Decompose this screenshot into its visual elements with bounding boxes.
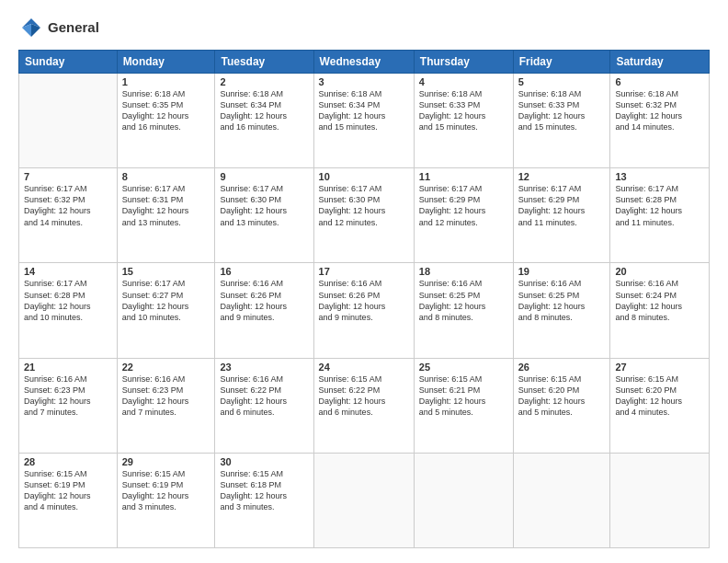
day-number: 4: [419, 76, 508, 87]
day-info: Sunrise: 6:18 AM Sunset: 6:35 PM Dayligh…: [122, 88, 210, 133]
day-cell: 18Sunrise: 6:16 AM Sunset: 6:25 PM Dayli…: [414, 263, 513, 358]
weekday-header-wednesday: Wednesday: [313, 51, 414, 74]
day-number: 1: [122, 76, 210, 87]
day-cell: 20Sunrise: 6:16 AM Sunset: 6:24 PM Dayli…: [610, 263, 710, 358]
day-info: Sunrise: 6:16 AM Sunset: 6:25 PM Dayligh…: [518, 278, 606, 323]
day-number: 29: [122, 456, 210, 467]
day-cell: 11Sunrise: 6:17 AM Sunset: 6:29 PM Dayli…: [414, 168, 513, 263]
day-info: Sunrise: 6:17 AM Sunset: 6:32 PM Dayligh…: [24, 183, 112, 228]
day-info: Sunrise: 6:17 AM Sunset: 6:30 PM Dayligh…: [319, 183, 409, 228]
day-info: Sunrise: 6:15 AM Sunset: 6:21 PM Dayligh…: [419, 373, 508, 419]
day-info: Sunrise: 6:15 AM Sunset: 6:18 PM Dayligh…: [220, 468, 308, 513]
day-cell: 3Sunrise: 6:18 AM Sunset: 6:34 PM Daylig…: [313, 74, 414, 168]
day-number: 15: [122, 266, 210, 277]
weekday-header-row: SundayMondayTuesdayWednesdayThursdayFrid…: [19, 51, 710, 74]
day-cell: 5Sunrise: 6:18 AM Sunset: 6:33 PM Daylig…: [513, 74, 610, 168]
day-number: 20: [615, 266, 704, 277]
day-cell: 13Sunrise: 6:17 AM Sunset: 6:28 PM Dayli…: [610, 168, 710, 263]
day-cell: 2Sunrise: 6:18 AM Sunset: 6:34 PM Daylig…: [215, 74, 313, 168]
weekday-header-tuesday: Tuesday: [215, 51, 313, 74]
day-info: Sunrise: 6:15 AM Sunset: 6:22 PM Dayligh…: [319, 373, 409, 419]
day-cell: [610, 453, 710, 547]
day-cell: 26Sunrise: 6:15 AM Sunset: 6:20 PM Dayli…: [513, 358, 610, 453]
day-info: Sunrise: 6:17 AM Sunset: 6:28 PM Dayligh…: [24, 278, 112, 323]
weekday-header-thursday: Thursday: [414, 51, 513, 74]
day-info: Sunrise: 6:16 AM Sunset: 6:26 PM Dayligh…: [220, 278, 308, 323]
day-info: Sunrise: 6:16 AM Sunset: 6:24 PM Dayligh…: [615, 278, 704, 323]
day-info: Sunrise: 6:15 AM Sunset: 6:20 PM Dayligh…: [615, 373, 704, 419]
day-cell: [513, 453, 610, 547]
day-info: Sunrise: 6:18 AM Sunset: 6:33 PM Dayligh…: [518, 88, 606, 133]
day-cell: [313, 453, 414, 547]
day-cell: 1Sunrise: 6:18 AM Sunset: 6:35 PM Daylig…: [117, 74, 215, 168]
day-info: Sunrise: 6:17 AM Sunset: 6:31 PM Dayligh…: [122, 183, 210, 228]
day-number: 17: [319, 266, 409, 277]
day-number: 19: [518, 266, 606, 277]
week-row-5: 28Sunrise: 6:15 AM Sunset: 6:19 PM Dayli…: [19, 453, 710, 547]
day-cell: 15Sunrise: 6:17 AM Sunset: 6:27 PM Dayli…: [117, 263, 215, 358]
day-info: Sunrise: 6:15 AM Sunset: 6:19 PM Dayligh…: [24, 468, 112, 513]
day-number: 13: [615, 171, 704, 182]
day-number: 8: [122, 171, 210, 182]
day-number: 23: [220, 362, 308, 373]
day-cell: [19, 74, 118, 168]
day-number: 28: [24, 456, 112, 467]
weekday-header-saturday: Saturday: [610, 51, 710, 74]
day-cell: 22Sunrise: 6:16 AM Sunset: 6:23 PM Dayli…: [117, 358, 215, 453]
logo: General: [18, 15, 99, 40]
day-cell: 29Sunrise: 6:15 AM Sunset: 6:19 PM Dayli…: [117, 453, 215, 547]
day-info: Sunrise: 6:16 AM Sunset: 6:26 PM Dayligh…: [319, 278, 409, 323]
day-number: 9: [220, 171, 308, 182]
day-info: Sunrise: 6:17 AM Sunset: 6:28 PM Dayligh…: [615, 183, 704, 228]
day-info: Sunrise: 6:15 AM Sunset: 6:20 PM Dayligh…: [518, 373, 606, 419]
day-info: Sunrise: 6:16 AM Sunset: 6:25 PM Dayligh…: [419, 278, 508, 323]
day-info: Sunrise: 6:17 AM Sunset: 6:30 PM Dayligh…: [220, 183, 308, 228]
day-cell: 16Sunrise: 6:16 AM Sunset: 6:26 PM Dayli…: [215, 263, 313, 358]
day-cell: 24Sunrise: 6:15 AM Sunset: 6:22 PM Dayli…: [313, 358, 414, 453]
day-number: 3: [319, 76, 409, 87]
day-cell: [414, 453, 513, 547]
day-number: 26: [518, 362, 606, 373]
day-number: 11: [419, 171, 508, 182]
day-number: 10: [319, 171, 409, 182]
day-number: 2: [220, 76, 308, 87]
day-number: 5: [518, 76, 606, 87]
week-row-2: 7Sunrise: 6:17 AM Sunset: 6:32 PM Daylig…: [19, 168, 710, 263]
day-cell: 27Sunrise: 6:15 AM Sunset: 6:20 PM Dayli…: [610, 358, 710, 453]
day-number: 21: [24, 362, 112, 373]
day-info: Sunrise: 6:15 AM Sunset: 6:19 PM Dayligh…: [122, 468, 210, 513]
day-number: 30: [220, 456, 308, 467]
day-info: Sunrise: 6:17 AM Sunset: 6:29 PM Dayligh…: [518, 183, 606, 228]
day-number: 14: [24, 266, 112, 277]
day-cell: 9Sunrise: 6:17 AM Sunset: 6:30 PM Daylig…: [215, 168, 313, 263]
day-cell: 12Sunrise: 6:17 AM Sunset: 6:29 PM Dayli…: [513, 168, 610, 263]
logo-icon: [18, 15, 44, 40]
weekday-header-sunday: Sunday: [19, 51, 118, 74]
day-number: 24: [319, 362, 409, 373]
week-row-3: 14Sunrise: 6:17 AM Sunset: 6:28 PM Dayli…: [19, 263, 710, 358]
day-number: 27: [615, 362, 704, 373]
day-cell: 21Sunrise: 6:16 AM Sunset: 6:23 PM Dayli…: [19, 358, 118, 453]
day-info: Sunrise: 6:16 AM Sunset: 6:23 PM Dayligh…: [24, 373, 112, 419]
day-cell: 25Sunrise: 6:15 AM Sunset: 6:21 PM Dayli…: [414, 358, 513, 453]
day-number: 7: [24, 171, 112, 182]
logo-text-line1: General: [48, 20, 99, 36]
day-cell: 28Sunrise: 6:15 AM Sunset: 6:19 PM Dayli…: [19, 453, 118, 547]
day-cell: 19Sunrise: 6:16 AM Sunset: 6:25 PM Dayli…: [513, 263, 610, 358]
day-cell: 23Sunrise: 6:16 AM Sunset: 6:22 PM Dayli…: [215, 358, 313, 453]
svg-marker-2: [22, 24, 31, 37]
day-cell: 8Sunrise: 6:17 AM Sunset: 6:31 PM Daylig…: [117, 168, 215, 263]
day-cell: 7Sunrise: 6:17 AM Sunset: 6:32 PM Daylig…: [19, 168, 118, 263]
day-cell: 4Sunrise: 6:18 AM Sunset: 6:33 PM Daylig…: [414, 74, 513, 168]
day-info: Sunrise: 6:18 AM Sunset: 6:34 PM Dayligh…: [319, 88, 409, 133]
page-header: General: [18, 15, 710, 40]
day-info: Sunrise: 6:18 AM Sunset: 6:32 PM Dayligh…: [615, 88, 704, 133]
weekday-header-friday: Friday: [513, 51, 610, 74]
day-info: Sunrise: 6:16 AM Sunset: 6:23 PM Dayligh…: [122, 373, 210, 419]
calendar-table: SundayMondayTuesdayWednesdayThursdayFrid…: [18, 50, 710, 548]
day-info: Sunrise: 6:18 AM Sunset: 6:34 PM Dayligh…: [220, 88, 308, 133]
weekday-header-monday: Monday: [117, 51, 215, 74]
day-info: Sunrise: 6:17 AM Sunset: 6:27 PM Dayligh…: [122, 278, 210, 323]
day-cell: 6Sunrise: 6:18 AM Sunset: 6:32 PM Daylig…: [610, 74, 710, 168]
day-number: 22: [122, 362, 210, 373]
